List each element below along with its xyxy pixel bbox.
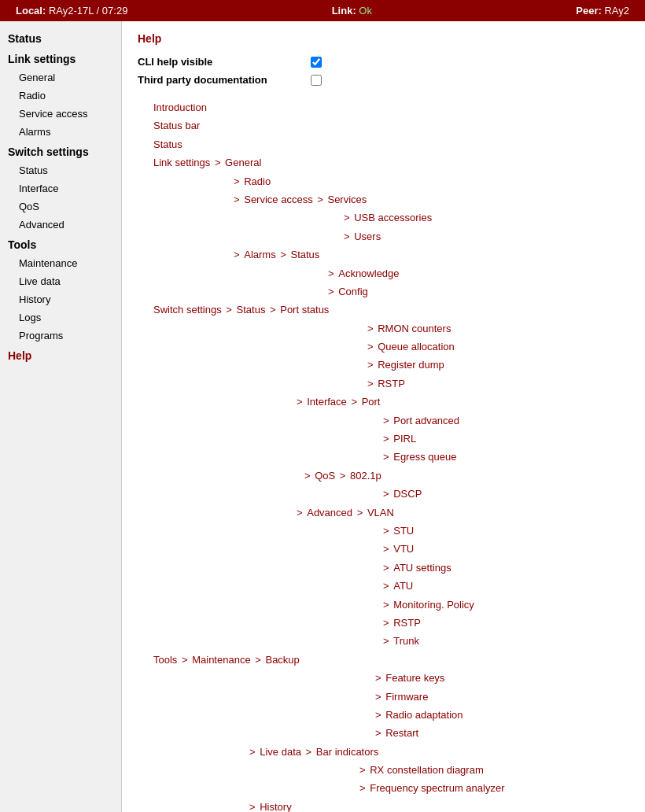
sidebar-history[interactable]: History: [0, 290, 121, 308]
sidebar-radio[interactable]: Radio: [0, 87, 121, 105]
sidebar-link-settings[interactable]: Link settings: [0, 48, 121, 68]
tree-maintenance-backup: Tools > Maintenance > Backup: [138, 651, 629, 669]
link-advanced[interactable]: Advanced: [307, 504, 352, 522]
link-maintenance[interactable]: Maintenance: [192, 651, 250, 669]
link-sw-status[interactable]: Status: [237, 301, 266, 319]
link-egress[interactable]: Egress queue: [393, 448, 456, 466]
tree-config: > Config: [138, 282, 629, 301]
link-live-data[interactable]: Live data: [260, 743, 301, 761]
link-status-bar[interactable]: Status bar: [153, 116, 200, 135]
link-sw-rstp[interactable]: RSTP: [378, 375, 405, 393]
tree-dscp: > DSCP: [138, 485, 629, 503]
link-monitoring[interactable]: Monitoring. Policy: [393, 596, 474, 614]
link-users[interactable]: Users: [354, 227, 381, 245]
help-tree: Introduction Status bar Status Link sett…: [138, 98, 629, 812]
link-register[interactable]: Register dump: [378, 356, 444, 374]
link-port-advanced[interactable]: Port advanced: [393, 412, 459, 430]
sidebar-interface[interactable]: Interface: [0, 179, 121, 197]
sidebar-programs[interactable]: Programs: [0, 327, 121, 345]
link-radio-adaptation[interactable]: Radio adaptation: [385, 706, 463, 724]
link-alarms-status[interactable]: Status: [291, 245, 320, 264]
cli-help-checkbox[interactable]: [311, 57, 322, 68]
tree-restart: > Restart: [138, 724, 629, 742]
tree-history: > History: [138, 798, 629, 812]
link-link-settings[interactable]: Link settings: [153, 153, 210, 172]
link-vlan[interactable]: VLAN: [367, 504, 394, 522]
sidebar-status[interactable]: Status: [0, 28, 121, 48]
tree-monitoring: > Monitoring. Policy: [138, 596, 629, 614]
sidebar-qos[interactable]: QoS: [0, 197, 121, 216]
tree-stu: > STU: [138, 522, 629, 540]
local-info: Local: RAy2-17L / 07:29: [16, 5, 127, 17]
link-bar-indicators[interactable]: Bar indicators: [316, 743, 378, 761]
tree-qos-8021p: > QoS > 802.1p: [138, 467, 629, 485]
tree-port-advanced: > Port advanced: [138, 412, 629, 430]
tree-trunk: > Trunk: [138, 632, 629, 650]
link-feature-keys[interactable]: Feature keys: [385, 669, 444, 687]
link-config[interactable]: Config: [338, 282, 368, 301]
tree-link-general: Link settings > General: [138, 153, 629, 172]
tree-link-radio: > Radio: [138, 172, 629, 190]
link-history[interactable]: History: [260, 798, 291, 812]
link-restart[interactable]: Restart: [385, 724, 418, 742]
link-pirl[interactable]: PIRL: [393, 430, 416, 448]
tree-queue: > Queue allocation: [138, 338, 629, 356]
link-8021p[interactable]: 802.1p: [350, 467, 381, 485]
link-qos[interactable]: QoS: [315, 467, 335, 485]
peer-info: Peer: RAy2: [576, 5, 629, 17]
link-services[interactable]: Services: [327, 190, 367, 209]
link-rmon[interactable]: RMON counters: [378, 319, 451, 338]
link-radio[interactable]: Radio: [244, 172, 271, 190]
link-port[interactable]: Port: [362, 393, 381, 411]
sidebar-alarms[interactable]: Alarms: [0, 123, 121, 141]
link-atu-settings[interactable]: ATU settings: [393, 559, 451, 577]
tree-interface-port: > Interface > Port: [138, 393, 629, 411]
sidebar-service-access[interactable]: Service access: [0, 105, 121, 123]
tree-sw-port-status: Switch settings > Status > Port status: [138, 301, 629, 319]
link-alarms[interactable]: Alarms: [244, 245, 275, 264]
link-introduction[interactable]: Introduction: [153, 98, 207, 116]
tree-usb-accessories: > USB accessories: [138, 209, 629, 227]
link-dscp[interactable]: DSCP: [393, 485, 422, 503]
sidebar-live-data[interactable]: Live data: [0, 272, 121, 290]
sidebar-maintenance[interactable]: Maintenance: [0, 254, 121, 272]
link-port-status[interactable]: Port status: [280, 301, 329, 319]
tree-status-bar: Status bar: [138, 116, 629, 135]
link-usb-accessories[interactable]: USB accessories: [354, 209, 432, 227]
tree-acknowledge: > Acknowledge: [138, 264, 629, 282]
sidebar-sw-status[interactable]: Status: [0, 161, 121, 179]
link-rx-constellation[interactable]: RX constellation diagram: [370, 761, 484, 779]
cli-help-label: CLI help visible: [138, 56, 311, 68]
sidebar-switch-settings[interactable]: Switch settings: [0, 141, 121, 161]
link-trunk[interactable]: Trunk: [393, 632, 419, 650]
link-tools[interactable]: Tools: [153, 651, 177, 669]
link-interface[interactable]: Interface: [307, 393, 347, 411]
sidebar-general[interactable]: General: [0, 68, 121, 87]
sidebar-logs[interactable]: Logs: [0, 308, 121, 327]
link-stu[interactable]: STU: [393, 522, 414, 540]
link-general[interactable]: General: [225, 153, 261, 172]
sidebar-advanced[interactable]: Advanced: [0, 216, 121, 234]
tree-freq-spectrum: > Frequency spectrum analyzer: [138, 779, 629, 797]
tree-firmware: > Firmware: [138, 688, 629, 706]
link-backup[interactable]: Backup: [265, 651, 299, 669]
link-switch-settings[interactable]: Switch settings: [153, 301, 222, 319]
link-atu[interactable]: ATU: [393, 577, 413, 595]
sidebar: Status Link settings General Radio Servi…: [0, 21, 122, 812]
tree-vtu: > VTU: [138, 540, 629, 558]
link-firmware[interactable]: Firmware: [385, 688, 428, 706]
third-party-checkbox[interactable]: [311, 75, 322, 86]
tree-atu-settings: > ATU settings: [138, 559, 629, 577]
sidebar-tools[interactable]: Tools: [0, 234, 121, 254]
link-freq-spectrum[interactable]: Frequency spectrum analyzer: [370, 779, 504, 797]
link-acknowledge[interactable]: Acknowledge: [338, 264, 399, 282]
tree-status: Status: [138, 135, 629, 153]
link-adv-rstp[interactable]: RSTP: [393, 614, 421, 632]
link-vtu[interactable]: VTU: [393, 540, 414, 558]
sidebar-help[interactable]: Help: [0, 345, 121, 365]
link-status[interactable]: Status: [153, 135, 182, 153]
link-queue[interactable]: Queue allocation: [378, 338, 455, 356]
tree-adv-rstp: > RSTP: [138, 614, 629, 632]
link-service-access[interactable]: Service access: [244, 190, 312, 209]
tree-advanced-vlan: > Advanced > VLAN: [138, 504, 629, 522]
